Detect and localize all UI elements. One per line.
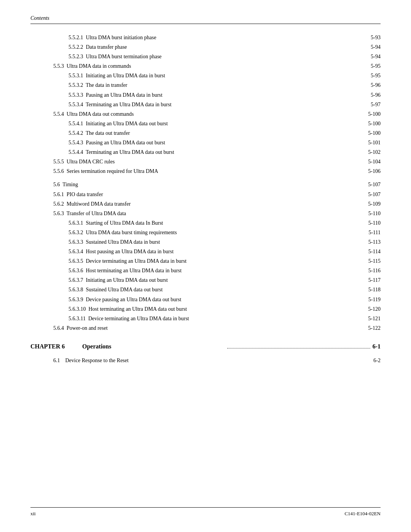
toc-entry-5636: 5.6.3.6 Host terminating an Ultra DMA da… [30,266,381,275]
toc-page: 5-94 [358,52,381,61]
toc-entry-5635: 5.6.3.5 Device terminating an Ultra DMA … [30,257,381,265]
toc-page: 5-96 [358,91,381,99]
toc-entry-56311: 5.6.3.11 Device terminating an Ultra DMA… [30,314,381,323]
footer-right: C141-E104-02EN [344,511,381,517]
sub-list: 6.1 Device Response to the Reset6-2 [30,356,381,365]
toc-page: 5-110 [358,209,381,218]
toc-entry-5632: 5.6.3.2 Ultra DMA data burst timing requ… [30,228,381,237]
toc-text: 5.5.4.3 Pausing an Ultra DMA data out bu… [68,138,165,147]
page-container: Contents 5.5.2.1 Ultra DMA burst initiat… [0,0,411,532]
toc-text: 5.6.4 Power-on and reset [53,324,108,332]
toc-text: 5.5.5 Ultra DMA CRC rules [53,157,115,166]
toc-page: 5-107 [358,180,381,189]
toc-entry-563: 5.6.3 Transfer of Ultra DMA data5-110 [30,209,381,218]
toc-page: 5-106 [358,167,381,176]
toc-text: 5.5.3.3 Pausing an Ultra DMA data in bur… [68,91,162,99]
toc-text: 5.6.3.4 Host pausing an Ultra DMA data i… [68,247,174,256]
toc-text: 5.6.3 Transfer of Ultra DMA data [53,209,126,218]
toc-entry-5542: 5.5.4.2 The data out transfer5-100 [30,129,381,137]
toc-entry-5631: 5.6.3.1 Starting of Ultra DMA data In Bu… [30,219,381,227]
page-footer: xii C141-E104-02EN [30,507,381,517]
toc-entry-56: 5.6 Timing5-107 [30,180,381,189]
toc-text: 5.6.3.9 Device pausing an Ultra DMA data… [68,295,181,304]
toc-entry-5544: 5.5.4.4 Terminating an Ultra DMA data ou… [30,148,381,157]
toc-entry-5534: 5.5.3.4 Terminating an Ultra DMA data in… [30,100,381,109]
toc-page: 5-115 [358,257,381,265]
toc-entry-5523: 5.5.2.3 Ultra DMA burst termination phas… [30,52,381,61]
toc-text: 5.6.3.6 Host terminating an Ultra DMA da… [68,266,182,275]
toc-text: 5.5.3 Ultra DMA data in commands [53,62,131,70]
toc-entry-5521: 5.5.2.1 Ultra DMA burst initiation phase… [30,33,381,42]
toc-page: 5-100 [358,119,381,128]
toc-text: 5.6.3.2 Ultra DMA data burst timing requ… [68,228,177,237]
toc-entry-5638: 5.6.3.8 Sustained Ultra DMA data out bur… [30,285,381,294]
header-label: Contents [30,15,49,21]
toc-text: 5.6.1 PIO data transfer [53,190,103,199]
toc-text: 5.6.3.3 Sustained Ultra DMA data in burs… [68,238,160,246]
toc-entry-5633: 5.6.3.3 Sustained Ultra DMA data in burs… [30,238,381,246]
toc-page: 5-114 [358,247,381,256]
toc-entry-56310: 5.6.3.10 Host terminating an Ultra DMA d… [30,305,381,313]
toc-text: 5.5.3.1 Initiating an Ultra DMA data in … [68,71,165,80]
toc-text: 5.5.4.4 Terminating an Ultra DMA data ou… [68,148,174,157]
toc-text: 5.5.3.2 The data in transfer [68,81,127,89]
toc-text: 5.5.3.4 Terminating an Ultra DMA data in… [68,100,172,109]
toc-page: 5-120 [358,305,381,313]
toc-page: 5-101 [358,138,381,147]
toc-entry-564: 5.6.4 Power-on and reset5-122 [30,324,381,332]
toc-page: 5-118 [358,285,381,294]
toc-text: 5.5.4 Ultra DMA data out commands [53,110,134,118]
toc-page: 5-94 [358,43,381,51]
toc-text: 5.6.3.10 Host terminating an Ultra DMA d… [68,305,187,313]
toc-page: 5-122 [358,324,381,332]
chapter-label: CHAPTER 6 [30,343,76,350]
toc-page: 5-96 [358,81,381,89]
toc-entry-5532: 5.5.3.2 The data in transfer5-96 [30,81,381,89]
chapter-dots [227,348,370,348]
page-header: Contents [30,15,381,24]
sub-entry: 6.1 Device Response to the Reset6-2 [30,356,381,365]
toc-text: 5.5.6 Series termination required for Ul… [53,167,158,176]
toc-page: 5-121 [358,314,381,323]
toc-page: 5-109 [358,200,381,208]
sub-entry-text: 6.1 Device Response to the Reset [53,356,129,365]
toc-entry-562: 5.6.2 Multiword DMA data transfer5-109 [30,200,381,208]
toc-page: 5-107 [358,190,381,199]
toc-text: 5.5.2.3 Ultra DMA burst termination phas… [68,52,162,61]
toc-page: 5-100 [358,110,381,118]
toc-text: 5.6.3.1 Starting of Ultra DMA data In Bu… [68,219,163,227]
toc-entry-5639: 5.6.3.9 Device pausing an Ultra DMA data… [30,295,381,304]
toc-text: 5.5.4.2 The data out transfer [68,129,130,137]
toc-page: 5-104 [358,157,381,166]
toc-entry-5522: 5.5.2.2 Data transfer phase5-94 [30,43,381,51]
toc-list: 5.5.2.1 Ultra DMA burst initiation phase… [30,33,381,332]
toc-page: 5-113 [358,238,381,246]
toc-page: 5-95 [358,71,381,80]
toc-text: 5.6 Timing [53,180,78,189]
toc-text: 5.6.3.7 Initiating an Ultra DMA data out… [68,276,168,284]
toc-text: 5.5.2.1 Ultra DMA burst initiation phase [68,33,156,42]
toc-text: 5.5.2.2 Data transfer phase [68,43,127,51]
toc-page: 5-93 [358,33,381,42]
toc-entry-5634: 5.6.3.4 Host pausing an Ultra DMA data i… [30,247,381,256]
toc-entry-555: 5.5.5 Ultra DMA CRC rules5-104 [30,157,381,166]
toc-entry-5531: 5.5.3.1 Initiating an Ultra DMA data in … [30,71,381,80]
toc-entry-5541: 5.5.4.1 Initiating an Ultra DMA data out… [30,119,381,128]
toc-page: 5-95 [358,62,381,70]
chapter-title: Operations [82,343,225,350]
footer-left: xii [30,511,36,517]
toc-page: 5-116 [358,266,381,275]
sub-entry-page: 6-2 [358,356,381,365]
toc-page: 5-111 [358,228,381,237]
toc-page: 5-100 [358,129,381,137]
toc-page: 5-110 [358,219,381,227]
toc-text: 5.5.4.1 Initiating an Ultra DMA data out… [68,119,168,128]
toc-entry-5637: 5.6.3.7 Initiating an Ultra DMA data out… [30,276,381,284]
toc-entry-554: 5.5.4 Ultra DMA data out commands5-100 [30,110,381,118]
toc-entry-5543: 5.5.4.3 Pausing an Ultra DMA data out bu… [30,138,381,147]
toc-page: 5-117 [358,276,381,284]
toc-entry-553: 5.5.3 Ultra DMA data in commands5-95 [30,62,381,70]
toc-page: 5-102 [358,148,381,157]
chapter-6-entry: CHAPTER 6 Operations 6-1 [30,343,381,350]
toc-text: 5.6.3.5 Device terminating an Ultra DMA … [68,257,186,265]
